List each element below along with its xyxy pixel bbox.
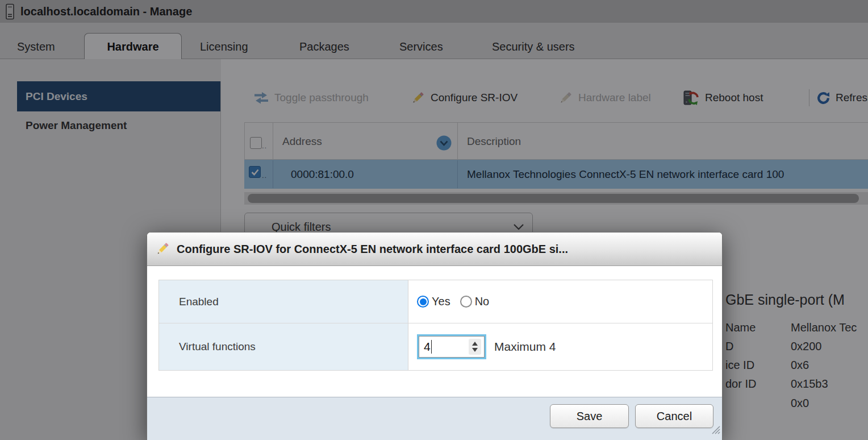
field-value-enabled: Yes No	[408, 280, 712, 323]
virtual-functions-input-focus-ring: 4	[417, 334, 486, 359]
virtual-functions-input[interactable]: 4	[419, 336, 485, 358]
configure-sriov-dialog: Configure SR-IOV for ConnectX-5 EN netwo…	[147, 232, 723, 440]
esxi-host-client-window: localhost.localdomain - Manage System Ha…	[0, 0, 868, 440]
radio-yes-label[interactable]: Yes	[432, 295, 450, 308]
radio-no[interactable]	[460, 296, 472, 308]
dialog-body: Enabled Yes No Virtual functions 4	[147, 266, 722, 397]
form-row-virtual-functions: Virtual functions 4	[159, 323, 712, 370]
stepper-down-icon[interactable]	[472, 348, 478, 352]
stepper-up-icon[interactable]	[472, 342, 478, 346]
text-caret	[431, 340, 432, 354]
radio-no-label[interactable]: No	[475, 295, 490, 308]
maximum-hint: Maximum 4	[494, 340, 556, 354]
field-value-virtual-functions: 4 Maximum 4	[408, 323, 712, 370]
pencil-icon	[155, 241, 170, 257]
resize-grip[interactable]	[710, 424, 720, 437]
radio-yes[interactable]	[417, 296, 429, 308]
dialog-title: Configure SR-IOV for ConnectX-5 EN netwo…	[177, 243, 568, 256]
field-label-virtual-functions: Virtual functions	[159, 323, 408, 370]
number-stepper[interactable]	[469, 339, 481, 355]
field-label-enabled: Enabled	[159, 280, 408, 323]
cancel-button[interactable]: Cancel	[635, 404, 713, 428]
form-row-enabled: Enabled Yes No	[159, 280, 712, 323]
virtual-functions-value: 4	[424, 340, 431, 354]
dialog-footer: Save Cancel	[147, 397, 722, 440]
save-button[interactable]: Save	[550, 404, 629, 428]
dialog-title-bar[interactable]: Configure SR-IOV for ConnectX-5 EN netwo…	[147, 233, 722, 266]
dialog-form-table: Enabled Yes No Virtual functions 4	[158, 280, 713, 371]
